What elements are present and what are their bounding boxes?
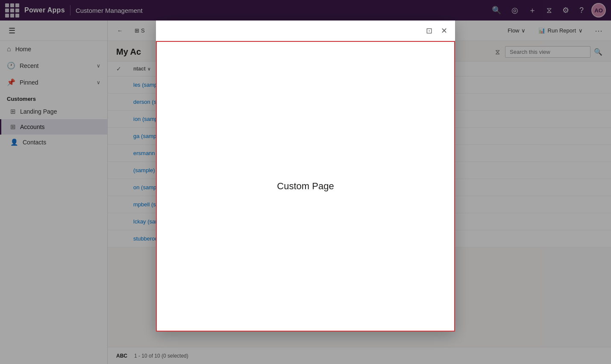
custom-page-label: Custom Page	[277, 181, 334, 192]
modal-toolbar: ⊡ ✕	[156, 21, 455, 41]
modal-expand-button[interactable]: ⊡	[423, 23, 435, 38]
expand-icon: ⊡	[426, 26, 432, 35]
modal-container: ⊡ ✕ Custom Page	[156, 21, 455, 332]
modal-body: Custom Page	[156, 41, 455, 332]
close-icon: ✕	[441, 26, 447, 35]
modal-overlay: ⊡ ✕ Custom Page	[0, 0, 611, 364]
modal-close-button[interactable]: ✕	[438, 23, 450, 38]
